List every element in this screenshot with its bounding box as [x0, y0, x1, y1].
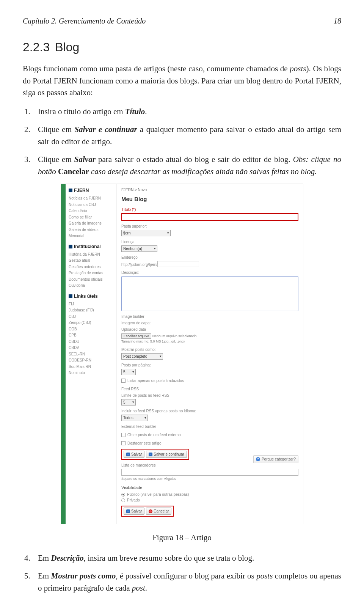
licenca-label: Licença	[121, 239, 298, 245]
sidebar-item[interactable]: Nominuto	[69, 370, 114, 376]
obter-posts-checkbox[interactable]	[121, 433, 126, 437]
sidebar-item[interactable]: FIJ	[69, 301, 114, 308]
save-cancel-highlighted: Salvar Cancelar	[121, 506, 174, 517]
cancelar-button[interactable]: Cancelar	[146, 508, 171, 515]
limite-feed-label: Limite de posts no feed RSS	[121, 393, 298, 398]
pasta-select[interactable]: fjern	[121, 230, 171, 236]
tamanho-max-text: Tamanho máximo: 5.0 MB (.jpg, .gif, .png…	[121, 339, 298, 344]
mostrar-posts-select[interactable]: Post completo	[121, 353, 163, 360]
sidebar-item[interactable]: Notícias da CBJ	[69, 202, 114, 208]
salvar-continuar-button[interactable]: Salvar e continuar	[146, 451, 187, 458]
porque-categorizar-link[interactable]: Porque categorizar?	[253, 455, 298, 463]
destacar-label: Destacar este artigo	[127, 440, 162, 446]
destacar-checkbox[interactable]	[121, 441, 126, 445]
intro-paragraph: Blogs funcionam como uma pasta de artigo…	[23, 63, 341, 99]
listar-traduzidos-checkbox[interactable]	[121, 379, 126, 383]
sidebar-item[interactable]: Documentos oficiais	[69, 277, 114, 283]
main-form: FJERN > Novo Meu Blog Título (*) Pasta s…	[117, 184, 303, 524]
lista-marcadores-input[interactable]	[121, 469, 298, 476]
section-number: 2.2.3	[23, 40, 50, 54]
escolher-arquivo-button[interactable]: Escolher arquivo	[121, 333, 151, 339]
privado-label: Privado	[127, 497, 140, 503]
obter-posts-label: Obter posts de um feed externo	[127, 432, 181, 438]
sidebar-item[interactable]: CBJ	[69, 314, 114, 320]
publico-label: Público (visível para outras pessoas)	[127, 492, 189, 497]
page-title: Meu Blog	[121, 195, 298, 204]
sidebar-item[interactable]: Zempo (CBJ)	[69, 320, 114, 326]
licenca-select[interactable]: Nenhum(a)	[121, 245, 157, 252]
visibilidade-label: Visibilidade	[121, 484, 298, 491]
breadcrumb[interactable]: FJERN > Novo	[121, 187, 298, 193]
nenhum-arquivo-text: Nenhum arquivo selecionado	[152, 334, 197, 338]
page-header: Capítulo 2. Gerenciamento de Conteúdo 18	[23, 15, 341, 27]
step-5: Em Mostrar posts como, é possível config…	[38, 570, 341, 594]
sidebar-item[interactable]: Notícias da FJERN	[69, 195, 114, 202]
sidebar-group-fjern: FJERN	[69, 187, 114, 194]
lista-marcadores-label: Lista de marcadores	[121, 462, 298, 468]
sidebar-item[interactable]: CBDU	[69, 339, 114, 345]
figure-18: FJERN Notícias da FJERN Notícias da CBJ …	[23, 184, 341, 524]
sidebar: FJERN Notícias da FJERN Notícias da CBJ …	[66, 184, 117, 524]
sidebar-item[interactable]: Judobase (FIJ)	[69, 307, 114, 314]
listar-traduzidos-label: Listar apenas os posts traduzidos	[127, 378, 184, 384]
feed-rss-label: Feed RSS	[121, 386, 298, 392]
salvar-button[interactable]: Salvar	[124, 451, 144, 458]
endereco-prefix: http://judorn.org/fjern/	[121, 262, 157, 266]
page-number: 18	[334, 15, 341, 27]
sidebar-item[interactable]: CBDV	[69, 345, 114, 351]
figure-caption: Figura 18 – Artigo	[23, 532, 341, 544]
sidebar-group-institucional: Institucional	[69, 243, 114, 250]
sidebar-item[interactable]: COB	[69, 326, 114, 333]
descricao-textarea[interactable]	[121, 276, 298, 311]
sidebar-item[interactable]: Prestação de contas	[69, 270, 114, 277]
step-1: Insira o título do artigo em Título.	[38, 106, 341, 118]
publico-radio[interactable]	[121, 493, 125, 497]
endereco-input[interactable]	[157, 261, 199, 267]
endereco-label: Endereço	[121, 255, 298, 260]
sidebar-item[interactable]: Galeria de vídeos	[69, 227, 114, 233]
pasta-label: Pasta superior:	[121, 223, 298, 229]
disk-icon	[126, 453, 130, 456]
mostrar-posts-label: Mostrar posts como:	[121, 347, 298, 352]
screenshot: FJERN Notícias da FJERN Notícias da CBJ …	[61, 184, 303, 524]
sidebar-item[interactable]: Gestão atual	[69, 258, 114, 264]
sidebar-item[interactable]: História da FJERN	[69, 251, 114, 258]
external-feed-label: External feed builder	[121, 424, 298, 429]
steps-list-continued: Em Descrição, insira um breve resumo sob…	[23, 552, 341, 594]
sidebar-group-links: Links úteis	[69, 293, 114, 300]
sidebar-item[interactable]: Ouvidoria	[69, 283, 114, 289]
sidebar-item[interactable]: CODESP-RN	[69, 357, 114, 364]
disk-icon	[149, 453, 152, 456]
uploaded-label: Uploaded data	[121, 327, 298, 332]
step-2: Clique em Salvar e continuar a qualquer …	[38, 124, 341, 148]
step-4: Em Descrição, insira um breve resumo sob…	[38, 552, 341, 564]
save-row-highlighted: Salvar Salvar e continuar	[121, 449, 189, 460]
section-heading: 2.2.3Blog	[23, 38, 341, 56]
sidebar-item[interactable]: SEEL-RN	[69, 351, 114, 358]
titulo-input[interactable]	[121, 213, 298, 221]
descricao-label: Descrição:	[121, 270, 298, 275]
posts-pagina-label: Posts por página:	[121, 362, 298, 368]
sidebar-item[interactable]: Memorial	[69, 233, 114, 239]
step-3: Clique em Salvar para salvar o estado at…	[38, 154, 341, 178]
sidebar-item[interactable]: Calendário	[69, 208, 114, 214]
incluir-feed-select[interactable]: Todos	[121, 415, 148, 421]
sidebar-item[interactable]: Como se filiar	[69, 214, 114, 221]
section-title-text: Blog	[55, 40, 79, 54]
sidebar-item[interactable]: CPB	[69, 332, 114, 339]
sidebar-item[interactable]: Sou Mais RN	[69, 364, 114, 370]
limite-feed-select[interactable]: 5	[121, 399, 136, 406]
separe-text: Separe os marcadores com vírgulas	[121, 477, 176, 481]
left-accent-bar	[61, 184, 66, 524]
sidebar-item[interactable]: Galeria de imagens	[69, 220, 114, 227]
image-builder-label: Image builder	[121, 314, 298, 319]
chapter-title: Capítulo 2. Gerenciamento de Conteúdo	[23, 15, 146, 27]
posts-pagina-select[interactable]: 5	[121, 369, 136, 375]
cancel-icon	[149, 509, 152, 513]
disk-icon	[126, 509, 130, 513]
steps-list: Insira o título do artigo em Título. Cli…	[23, 106, 341, 178]
salvar-button-bottom[interactable]: Salvar	[124, 508, 144, 515]
incluir-feed-label: Incluir no feed RSS apenas posts no idio…	[121, 408, 298, 414]
privado-radio[interactable]	[121, 498, 125, 502]
sidebar-item[interactable]: Gestões anteriores	[69, 264, 114, 270]
